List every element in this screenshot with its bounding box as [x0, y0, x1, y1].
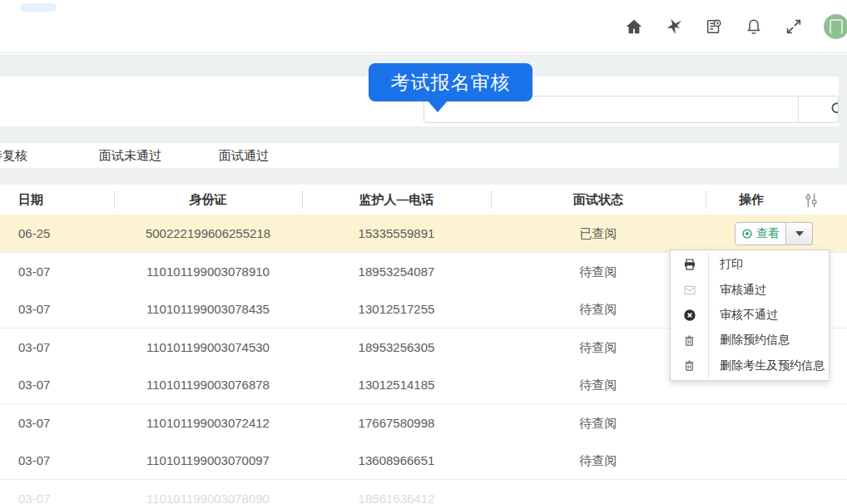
cell-date: 03-07 [18, 404, 50, 442]
cell-date: 03-07 [18, 442, 50, 479]
chevron-down-icon [795, 231, 804, 236]
cell-date: 03-07 [18, 290, 50, 328]
menu-item-print[interactable]: 打印 [671, 252, 829, 277]
top-navbar [0, 0, 847, 53]
cell-date: 03-07 [18, 480, 50, 504]
table-header: 日期 身份证 监护人—电话 面试状态 操作 [0, 185, 847, 215]
column-settings-icon[interactable] [802, 191, 820, 210]
column-header-action[interactable]: 操作 [706, 185, 797, 215]
cell-status: 待查阅 [491, 404, 706, 442]
cell-date: 03-07 [18, 253, 50, 290]
view-button-label: 查看 [756, 226, 780, 241]
cell-phone: 13012514185 [302, 366, 491, 403]
cell-phone: 15335559891 [302, 215, 491, 252]
tab-interview-passed[interactable]: 面试通过 [219, 143, 269, 168]
cell-idcard: 110101199003076878 [114, 366, 302, 403]
menu-item-label: 删除预约信息 [709, 333, 790, 348]
menu-item-label: 打印 [709, 257, 743, 272]
cell-idcard: 500222199606255218 [114, 215, 302, 252]
column-header-idcard[interactable]: 身份证 [114, 185, 302, 215]
trash-icon [671, 328, 709, 353]
cell-idcard: 110101199003078435 [114, 290, 302, 328]
tabs-panel: 待复核 面试未通过 面试通过 [0, 143, 839, 168]
bird-logo-icon[interactable] [664, 17, 684, 37]
column-header-date[interactable]: 日期 [18, 185, 43, 215]
view-dropdown-toggle[interactable] [786, 222, 813, 245]
cell-idcard: 110101199003078090 [114, 480, 302, 504]
reject-circle-icon [671, 303, 709, 328]
menu-item-label: 审核通过 [709, 283, 766, 298]
table-row[interactable]: 03-07 110101199003072412 17667580998 待查阅 [0, 404, 847, 442]
tooltip-tail [427, 100, 448, 112]
cell-status [491, 480, 706, 504]
audit-log-icon[interactable] [704, 17, 724, 37]
view-button[interactable]: 查看 [735, 222, 786, 245]
table-row[interactable]: 03-07 110101199003070097 13608966651 待查阅 [0, 442, 847, 480]
table-row-partial[interactable]: 03-07 110101199003078090 18561636412 [0, 480, 847, 504]
mail-icon [671, 277, 709, 302]
tab-pending-review[interactable]: 待复核 [0, 143, 27, 168]
eye-icon [741, 228, 753, 240]
table-row[interactable]: 06-25 500222199606255218 15335559891 已查阅… [0, 215, 847, 253]
trash-icon [671, 353, 709, 378]
navbar-icon-group [624, 0, 847, 53]
cell-idcard: 110101199003078910 [114, 253, 302, 290]
cell-idcard: 110101199003070097 [114, 442, 302, 479]
avatar-glyph [830, 19, 843, 34]
home-icon[interactable] [624, 17, 644, 37]
cell-date: 03-07 [18, 366, 50, 403]
bell-icon[interactable] [744, 17, 764, 37]
menu-item-label: 删除考生及预约信息 [709, 358, 825, 373]
user-avatar[interactable] [824, 14, 847, 39]
menu-item-delete-reservation[interactable]: 删除预约信息 [671, 328, 829, 353]
cell-phone: 13012517255 [302, 290, 491, 328]
column-header-phone[interactable]: 监护人—电话 [302, 185, 491, 215]
partial-tooltip-remnant [20, 3, 57, 12]
cell-date: 03-07 [18, 329, 50, 366]
row-action-dropdown-menu: 打印 审核通过 审核不通过 删除预约信息 [670, 250, 830, 381]
printer-icon [671, 252, 709, 277]
view-button-group: 查看 [735, 222, 813, 245]
cell-phone: 13608966651 [302, 442, 491, 479]
cell-phone: 18561636412 [302, 480, 491, 504]
cell-phone: 18953256305 [302, 329, 491, 366]
menu-item-approve[interactable]: 审核通过 [671, 277, 829, 302]
page-title-tooltip: 考试报名审核 [369, 63, 532, 101]
page-title: 考试报名审核 [391, 70, 511, 96]
menu-item-delete-candidate[interactable]: 删除考生及预约信息 [671, 353, 829, 378]
menu-item-reject[interactable]: 审核不通过 [671, 303, 829, 328]
column-header-status[interactable]: 面试状态 [491, 185, 706, 215]
search-button[interactable] [799, 96, 839, 122]
cell-idcard: 110101199003074530 [114, 329, 302, 366]
fullscreen-icon[interactable] [784, 17, 804, 37]
cell-status: 已查阅 [491, 215, 706, 252]
cell-phone: 18953254087 [302, 253, 491, 290]
cell-phone: 17667580998 [302, 404, 491, 442]
search-icon [830, 101, 839, 117]
cell-date: 06-25 [18, 215, 50, 252]
tab-interview-failed[interactable]: 面试未通过 [99, 143, 161, 168]
cell-idcard: 110101199003072412 [114, 404, 302, 442]
cell-status: 待查阅 [491, 442, 706, 479]
menu-item-label: 审核不通过 [709, 308, 778, 323]
